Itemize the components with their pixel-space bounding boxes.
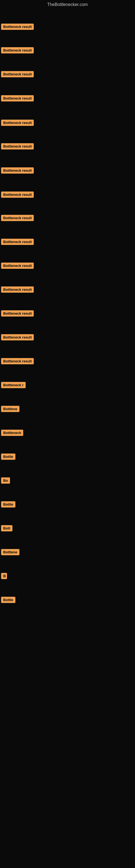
bottleneck-badge-8: Bottleneck result xyxy=(1,191,34,198)
bottleneck-badge-13: Bottleneck result xyxy=(1,310,34,316)
bottleneck-badge-18: Bottleneck xyxy=(1,430,23,436)
bottleneck-badge-21: Bottle xyxy=(1,501,15,507)
bottleneck-badge-9: Bottleneck result xyxy=(1,215,34,221)
bottleneck-badge-25: Bottle xyxy=(1,597,15,603)
bottleneck-badge-22: Bott xyxy=(1,525,12,531)
bottleneck-badge-14: Bottleneck result xyxy=(1,334,34,340)
bottleneck-badge-5: Bottleneck result xyxy=(1,120,34,126)
bottleneck-badge-3: Bottleneck result xyxy=(1,71,34,77)
bottleneck-badge-11: Bottleneck result xyxy=(1,262,34,269)
bottleneck-badge-24: B xyxy=(1,573,7,579)
site-title-bar: TheBottlenecker.com xyxy=(0,0,135,8)
bottleneck-badge-15: Bottleneck result xyxy=(1,358,34,364)
bottleneck-badge-6: Bottleneck result xyxy=(1,143,34,150)
bottleneck-badge-20: Bo xyxy=(1,477,10,484)
bottleneck-badge-12: Bottleneck result xyxy=(1,286,34,293)
site-title: TheBottlenecker.com xyxy=(0,0,135,8)
bottleneck-badge-1: Bottleneck result xyxy=(1,24,34,30)
bottleneck-badge-16: Bottleneck r xyxy=(1,382,26,388)
bottleneck-badge-17: Bottlene xyxy=(1,406,19,412)
bottleneck-badge-7: Bottleneck result xyxy=(1,167,34,174)
bottleneck-badge-2: Bottleneck result xyxy=(1,47,34,54)
bottleneck-badge-10: Bottleneck result xyxy=(1,239,34,245)
bottleneck-badge-23: Bottlene xyxy=(1,549,19,555)
bottleneck-badge-4: Bottleneck result xyxy=(1,95,34,101)
badges-container: Bottleneck resultBottleneck resultBottle… xyxy=(0,8,135,868)
bottleneck-badge-19: Bottle xyxy=(1,454,15,460)
